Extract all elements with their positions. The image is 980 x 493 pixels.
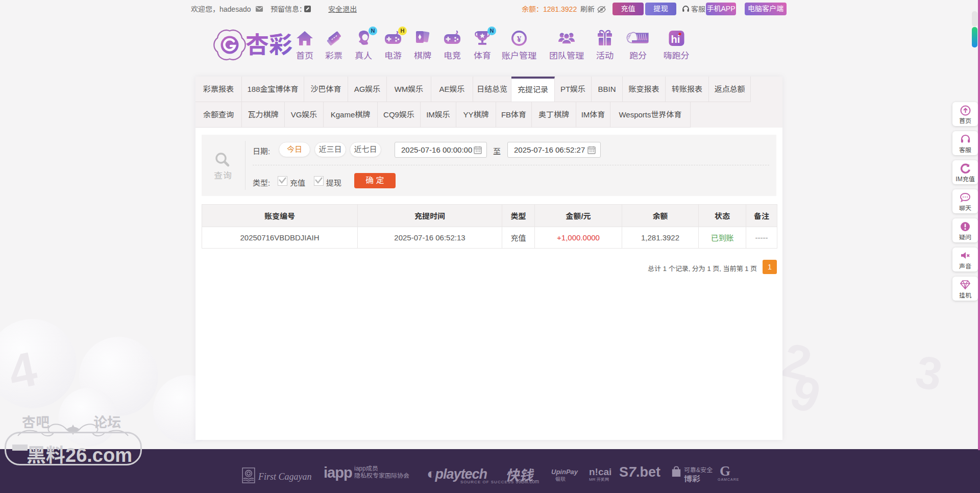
svg-text:杏彩: 杏彩 xyxy=(246,27,292,60)
svg-text:hi: hi xyxy=(671,34,680,45)
svg-text:¥: ¥ xyxy=(517,32,522,44)
